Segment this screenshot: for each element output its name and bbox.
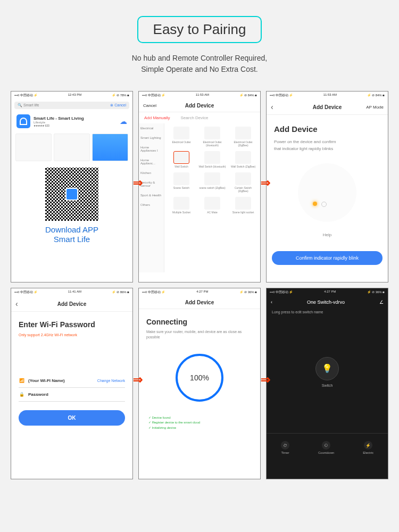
screen-3-confirm-indicator: •••ll 中国移动 ⚡ 11:53 AM ⚡ ⊘ 84% ■ ‹ Add De… xyxy=(266,91,388,282)
back-button[interactable]: ‹ xyxy=(15,300,37,308)
device-item[interactable]: AC Mate xyxy=(198,197,226,214)
tab-countdown[interactable]: ⏲Countdown xyxy=(318,441,334,454)
status-bar: •••ll 中国移动 ⚡ 4:27 PM ⚡ ⊘ 36% ■ xyxy=(267,288,388,296)
sidebar-item[interactable]: Kitchen xyxy=(139,168,164,178)
check-item: Device found xyxy=(148,415,253,421)
device-title: One Switch-vdrvo xyxy=(272,300,379,305)
hint-text: Long press to edit switch name xyxy=(267,308,388,316)
device-item[interactable]: Wall Switch (ZigBee) xyxy=(229,151,257,168)
screen-6-switch-control: •••ll 中国移动 ⚡ 4:27 PM ⚡ ⊘ 36% ■ ‹ One Swi… xyxy=(266,288,388,479)
switch-toggle-button[interactable]: 💡 xyxy=(315,357,339,380)
sidebar-item[interactable]: Security & Sensor xyxy=(139,178,164,190)
description: Power on the device and confirm that ind… xyxy=(274,139,380,153)
screen-1-appstore: •••ll 中国移动 ⚡ 12:43 PM ⚡ ⊘ 78% ■ 🔍 Smart … xyxy=(11,91,133,282)
tab-add-manually[interactable]: Add Manually xyxy=(144,115,170,120)
edit-icon[interactable]: ∠ xyxy=(379,300,384,305)
arrow-icon: ⇒ xyxy=(133,373,143,387)
device-item[interactable]: scene switch (ZigBee) xyxy=(198,172,226,193)
device-item[interactable]: Wall Switch (bluetooth) xyxy=(198,151,226,168)
device-item[interactable]: Scene light socket xyxy=(229,197,257,214)
description: Make sure your router, mobile, and devic… xyxy=(146,329,253,340)
confirm-button[interactable]: Confirm indicator rapidly blink xyxy=(272,251,383,265)
arrow-icon: ⇒ xyxy=(133,176,143,190)
download-caption: Download APP Smart Life xyxy=(11,223,132,248)
ok-button[interactable]: OK xyxy=(19,410,125,426)
cancel-button[interactable]: Cancel xyxy=(143,103,164,108)
device-item[interactable]: Electrical Outlet (bluetooth) xyxy=(198,127,226,147)
hourglass-icon: ⏲ xyxy=(322,441,330,450)
hero-section: Easy to Pairing No hub and Remote Contro… xyxy=(0,0,399,86)
check-item: Register device to the smart cloud xyxy=(148,420,253,426)
screenshot-thumb[interactable] xyxy=(92,134,128,161)
app-result-row[interactable]: Smart Life - Smart Living Lifestyle ★★★★… xyxy=(11,111,132,131)
wifi-name: (Your WI-FI Name) xyxy=(28,378,94,383)
arrow-icon: ⇒ xyxy=(261,176,270,190)
status-bar: •••ll 中国移动 ⚡ 12:43 PM ⚡ ⊘ 78% ■ xyxy=(11,92,132,99)
wifi-ssid-row: 📶 (Your WI-FI Name) Change Network xyxy=(19,374,125,388)
bottom-tabs: ⏱Timer ⏲Countdown ⚡Electric xyxy=(267,433,388,462)
sidebar-item[interactable]: Smart Lighting xyxy=(139,133,164,143)
ap-mode-button[interactable]: AP Mode xyxy=(362,105,384,110)
clock-icon: ⏱ xyxy=(281,441,289,450)
device-item[interactable]: Scene Switch xyxy=(168,172,195,193)
back-button[interactable]: ‹ xyxy=(271,103,292,111)
screen-4-wifi-password: •••ll 中国移动 ⚡ 11:41 AM ⚡ ⊘ 86% ■ ‹ Add De… xyxy=(11,288,133,479)
page-title: Add Device xyxy=(292,104,362,110)
page-title: Add Device xyxy=(164,103,235,109)
sidebar-item[interactable]: Others xyxy=(139,200,164,210)
change-network-link[interactable]: Change Network xyxy=(97,379,125,383)
device-item[interactable]: Multiple Socket xyxy=(168,197,195,214)
hero-title: Easy to Pairing xyxy=(137,16,262,43)
screenshot-row xyxy=(11,131,132,163)
navbar: ‹ Add Device AP Mode xyxy=(267,99,388,115)
heading: Enter Wi-Fi Password xyxy=(19,320,125,329)
password-input[interactable]: 🔒 Password xyxy=(19,388,125,402)
download-icon[interactable]: ☁ xyxy=(120,117,127,126)
wifi-icon: 📶 xyxy=(19,378,25,383)
switch-label: Switch xyxy=(322,384,333,387)
lock-icon: 🔒 xyxy=(19,392,25,397)
sidebar-item[interactable]: Sport & Health xyxy=(139,190,164,200)
check-item: Initializing device xyxy=(148,426,253,431)
device-grid: Electrical Outlet Electrical Outlet (blu… xyxy=(164,123,260,272)
screenshot-thumb[interactable] xyxy=(15,134,52,161)
app-name: Smart Life - Smart Living xyxy=(34,116,117,121)
sidebar-item[interactable]: Home Appliances I xyxy=(139,143,164,155)
tab-search-device[interactable]: Search Device xyxy=(180,115,208,120)
help-link[interactable]: Help xyxy=(274,232,380,237)
navbar: ‹ One Switch-vdrvo ∠ xyxy=(267,296,388,308)
heading: Add Device xyxy=(274,124,380,134)
tab-electric[interactable]: ⚡Electric xyxy=(363,441,373,454)
sidebar-item[interactable]: Electrical xyxy=(139,123,164,133)
sidebar-item[interactable]: Home Applianc... xyxy=(139,155,164,168)
device-item[interactable]: Electrical Outlet xyxy=(168,127,195,147)
screen-2-add-device-grid: •••ll 中国移动 ⚡ 11:53 AM ⚡ ⊘ 84% ■ Cancel A… xyxy=(138,91,261,282)
progress-percent: 100% xyxy=(190,373,209,382)
screen-5-connecting: •••ll 中国移动 ⚡ 4:27 PM ⚡ ⊘ 36% ■ Add Devic… xyxy=(138,288,261,479)
checklist: Device found Register device to the smar… xyxy=(146,415,253,431)
bolt-icon: ⚡ xyxy=(364,441,372,450)
search-input[interactable]: 🔍 Smart life ⊗ Cancel xyxy=(14,102,129,109)
app-icon xyxy=(16,114,30,128)
qr-code xyxy=(45,168,98,221)
device-item[interactable]: Electrical Outlet (ZigBee) xyxy=(229,127,257,147)
navbar: Cancel Add Device xyxy=(139,99,260,112)
cancel-button[interactable]: ⊗ Cancel xyxy=(110,103,126,107)
rating-stars: ★★★★★ 633 xyxy=(34,124,117,127)
arrow-icon: ⇒ xyxy=(261,373,270,387)
hero-subtitle: No hub and Remote Controller Required, S… xyxy=(0,53,399,75)
warning-text: Only support 2.4GHz Wi-Fi network xyxy=(19,333,125,337)
status-bar: •••ll 中国移动 ⚡ 11:41 AM ⚡ ⊘ 86% ■ xyxy=(11,288,132,296)
heading: Connecting xyxy=(146,318,253,326)
device-item[interactable]: Curtain Switch (ZigBee) xyxy=(229,172,257,193)
page-title: Add Device xyxy=(37,301,107,307)
navbar: Add Device xyxy=(139,296,260,309)
page-title: Add Device xyxy=(164,300,235,305)
navbar: ‹ Add Device xyxy=(11,296,132,312)
screenshot-thumb[interactable] xyxy=(54,134,90,161)
status-bar: •••ll 中国移动 ⚡ 11:53 AM ⚡ ⊘ 84% ■ xyxy=(139,92,260,99)
tab-timer[interactable]: ⏱Timer xyxy=(281,441,289,454)
device-item-wall-switch[interactable]: Wall Switch xyxy=(168,151,195,168)
phone-grid: •••ll 中国移动 ⚡ 12:43 PM ⚡ ⊘ 78% ■ 🔍 Smart … xyxy=(0,86,399,485)
status-bar: •••ll 中国移动 ⚡ 11:53 AM ⚡ ⊘ 84% ■ xyxy=(267,92,388,99)
